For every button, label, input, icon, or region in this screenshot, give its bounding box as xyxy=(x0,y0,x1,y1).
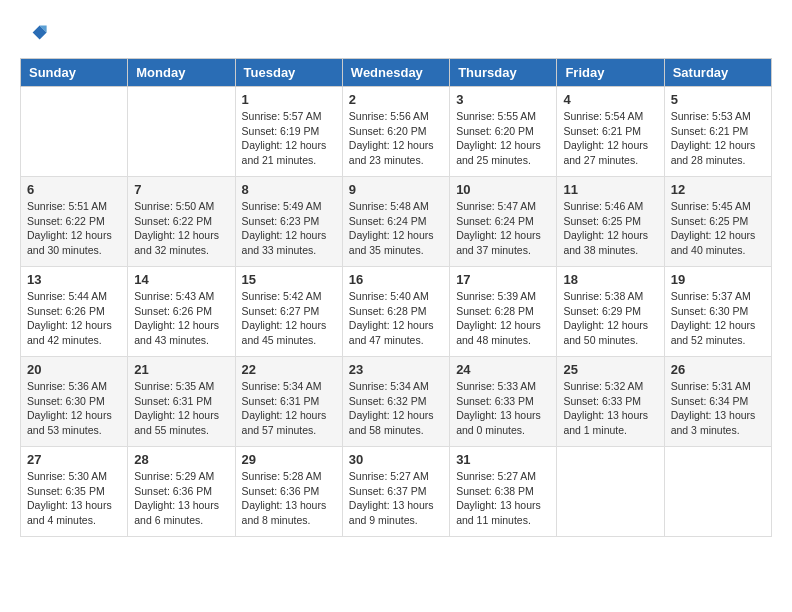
day-number: 4 xyxy=(563,92,657,107)
day-number: 27 xyxy=(27,452,121,467)
calendar-table: SundayMondayTuesdayWednesdayThursdayFrid… xyxy=(20,58,772,537)
day-number: 6 xyxy=(27,182,121,197)
calendar-header-row: SundayMondayTuesdayWednesdayThursdayFrid… xyxy=(21,59,772,87)
day-number: 9 xyxy=(349,182,443,197)
col-header-saturday: Saturday xyxy=(664,59,771,87)
day-info: Sunrise: 5:35 AM Sunset: 6:31 PM Dayligh… xyxy=(134,379,228,438)
calendar-cell: 3Sunrise: 5:55 AM Sunset: 6:20 PM Daylig… xyxy=(450,87,557,177)
day-number: 28 xyxy=(134,452,228,467)
day-info: Sunrise: 5:32 AM Sunset: 6:33 PM Dayligh… xyxy=(563,379,657,438)
calendar-cell: 23Sunrise: 5:34 AM Sunset: 6:32 PM Dayli… xyxy=(342,357,449,447)
day-number: 7 xyxy=(134,182,228,197)
day-info: Sunrise: 5:51 AM Sunset: 6:22 PM Dayligh… xyxy=(27,199,121,258)
day-number: 25 xyxy=(563,362,657,377)
day-number: 24 xyxy=(456,362,550,377)
calendar-cell: 2Sunrise: 5:56 AM Sunset: 6:20 PM Daylig… xyxy=(342,87,449,177)
day-info: Sunrise: 5:54 AM Sunset: 6:21 PM Dayligh… xyxy=(563,109,657,168)
calendar-cell: 12Sunrise: 5:45 AM Sunset: 6:25 PM Dayli… xyxy=(664,177,771,267)
day-number: 11 xyxy=(563,182,657,197)
day-info: Sunrise: 5:47 AM Sunset: 6:24 PM Dayligh… xyxy=(456,199,550,258)
calendar-cell: 9Sunrise: 5:48 AM Sunset: 6:24 PM Daylig… xyxy=(342,177,449,267)
calendar-cell: 16Sunrise: 5:40 AM Sunset: 6:28 PM Dayli… xyxy=(342,267,449,357)
day-number: 19 xyxy=(671,272,765,287)
day-info: Sunrise: 5:40 AM Sunset: 6:28 PM Dayligh… xyxy=(349,289,443,348)
calendar-cell: 7Sunrise: 5:50 AM Sunset: 6:22 PM Daylig… xyxy=(128,177,235,267)
day-info: Sunrise: 5:43 AM Sunset: 6:26 PM Dayligh… xyxy=(134,289,228,348)
day-info: Sunrise: 5:50 AM Sunset: 6:22 PM Dayligh… xyxy=(134,199,228,258)
calendar-cell: 28Sunrise: 5:29 AM Sunset: 6:36 PM Dayli… xyxy=(128,447,235,537)
col-header-friday: Friday xyxy=(557,59,664,87)
day-number: 30 xyxy=(349,452,443,467)
col-header-sunday: Sunday xyxy=(21,59,128,87)
calendar-cell xyxy=(664,447,771,537)
logo-icon xyxy=(20,20,48,48)
day-number: 16 xyxy=(349,272,443,287)
day-info: Sunrise: 5:42 AM Sunset: 6:27 PM Dayligh… xyxy=(242,289,336,348)
day-info: Sunrise: 5:39 AM Sunset: 6:28 PM Dayligh… xyxy=(456,289,550,348)
day-info: Sunrise: 5:27 AM Sunset: 6:38 PM Dayligh… xyxy=(456,469,550,528)
day-info: Sunrise: 5:27 AM Sunset: 6:37 PM Dayligh… xyxy=(349,469,443,528)
day-number: 8 xyxy=(242,182,336,197)
calendar-cell: 5Sunrise: 5:53 AM Sunset: 6:21 PM Daylig… xyxy=(664,87,771,177)
calendar-cell: 8Sunrise: 5:49 AM Sunset: 6:23 PM Daylig… xyxy=(235,177,342,267)
day-info: Sunrise: 5:34 AM Sunset: 6:32 PM Dayligh… xyxy=(349,379,443,438)
day-number: 2 xyxy=(349,92,443,107)
day-info: Sunrise: 5:49 AM Sunset: 6:23 PM Dayligh… xyxy=(242,199,336,258)
day-number: 26 xyxy=(671,362,765,377)
calendar-cell: 19Sunrise: 5:37 AM Sunset: 6:30 PM Dayli… xyxy=(664,267,771,357)
calendar-cell xyxy=(128,87,235,177)
day-number: 14 xyxy=(134,272,228,287)
calendar-cell: 20Sunrise: 5:36 AM Sunset: 6:30 PM Dayli… xyxy=(21,357,128,447)
calendar-cell: 27Sunrise: 5:30 AM Sunset: 6:35 PM Dayli… xyxy=(21,447,128,537)
col-header-wednesday: Wednesday xyxy=(342,59,449,87)
day-info: Sunrise: 5:46 AM Sunset: 6:25 PM Dayligh… xyxy=(563,199,657,258)
calendar-cell xyxy=(21,87,128,177)
calendar-cell: 15Sunrise: 5:42 AM Sunset: 6:27 PM Dayli… xyxy=(235,267,342,357)
day-info: Sunrise: 5:37 AM Sunset: 6:30 PM Dayligh… xyxy=(671,289,765,348)
day-number: 21 xyxy=(134,362,228,377)
calendar-cell: 4Sunrise: 5:54 AM Sunset: 6:21 PM Daylig… xyxy=(557,87,664,177)
day-info: Sunrise: 5:34 AM Sunset: 6:31 PM Dayligh… xyxy=(242,379,336,438)
calendar-cell: 11Sunrise: 5:46 AM Sunset: 6:25 PM Dayli… xyxy=(557,177,664,267)
calendar-cell: 13Sunrise: 5:44 AM Sunset: 6:26 PM Dayli… xyxy=(21,267,128,357)
calendar-cell: 21Sunrise: 5:35 AM Sunset: 6:31 PM Dayli… xyxy=(128,357,235,447)
calendar-cell: 17Sunrise: 5:39 AM Sunset: 6:28 PM Dayli… xyxy=(450,267,557,357)
day-info: Sunrise: 5:31 AM Sunset: 6:34 PM Dayligh… xyxy=(671,379,765,438)
day-number: 31 xyxy=(456,452,550,467)
logo xyxy=(20,20,52,48)
day-number: 22 xyxy=(242,362,336,377)
day-info: Sunrise: 5:57 AM Sunset: 6:19 PM Dayligh… xyxy=(242,109,336,168)
calendar-week-row: 13Sunrise: 5:44 AM Sunset: 6:26 PM Dayli… xyxy=(21,267,772,357)
day-info: Sunrise: 5:30 AM Sunset: 6:35 PM Dayligh… xyxy=(27,469,121,528)
calendar-week-row: 6Sunrise: 5:51 AM Sunset: 6:22 PM Daylig… xyxy=(21,177,772,267)
calendar-week-row: 27Sunrise: 5:30 AM Sunset: 6:35 PM Dayli… xyxy=(21,447,772,537)
day-info: Sunrise: 5:56 AM Sunset: 6:20 PM Dayligh… xyxy=(349,109,443,168)
calendar-cell: 25Sunrise: 5:32 AM Sunset: 6:33 PM Dayli… xyxy=(557,357,664,447)
day-number: 18 xyxy=(563,272,657,287)
calendar-cell: 22Sunrise: 5:34 AM Sunset: 6:31 PM Dayli… xyxy=(235,357,342,447)
calendar-cell xyxy=(557,447,664,537)
day-number: 5 xyxy=(671,92,765,107)
day-info: Sunrise: 5:53 AM Sunset: 6:21 PM Dayligh… xyxy=(671,109,765,168)
day-info: Sunrise: 5:45 AM Sunset: 6:25 PM Dayligh… xyxy=(671,199,765,258)
calendar-cell: 18Sunrise: 5:38 AM Sunset: 6:29 PM Dayli… xyxy=(557,267,664,357)
day-number: 12 xyxy=(671,182,765,197)
day-number: 13 xyxy=(27,272,121,287)
day-info: Sunrise: 5:55 AM Sunset: 6:20 PM Dayligh… xyxy=(456,109,550,168)
col-header-monday: Monday xyxy=(128,59,235,87)
day-number: 17 xyxy=(456,272,550,287)
calendar-cell: 30Sunrise: 5:27 AM Sunset: 6:37 PM Dayli… xyxy=(342,447,449,537)
calendar-week-row: 20Sunrise: 5:36 AM Sunset: 6:30 PM Dayli… xyxy=(21,357,772,447)
calendar-week-row: 1Sunrise: 5:57 AM Sunset: 6:19 PM Daylig… xyxy=(21,87,772,177)
day-number: 1 xyxy=(242,92,336,107)
page-header xyxy=(20,20,772,48)
day-number: 20 xyxy=(27,362,121,377)
calendar-cell: 6Sunrise: 5:51 AM Sunset: 6:22 PM Daylig… xyxy=(21,177,128,267)
day-info: Sunrise: 5:38 AM Sunset: 6:29 PM Dayligh… xyxy=(563,289,657,348)
calendar-cell: 1Sunrise: 5:57 AM Sunset: 6:19 PM Daylig… xyxy=(235,87,342,177)
calendar-cell: 26Sunrise: 5:31 AM Sunset: 6:34 PM Dayli… xyxy=(664,357,771,447)
day-number: 29 xyxy=(242,452,336,467)
day-number: 10 xyxy=(456,182,550,197)
day-info: Sunrise: 5:44 AM Sunset: 6:26 PM Dayligh… xyxy=(27,289,121,348)
calendar-cell: 10Sunrise: 5:47 AM Sunset: 6:24 PM Dayli… xyxy=(450,177,557,267)
